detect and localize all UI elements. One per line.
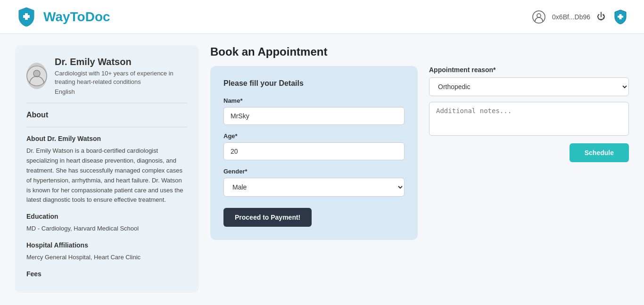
- main-content: Dr. Emily Watson Cardiologist with 10+ y…: [0, 34, 644, 304]
- proceed-button[interactable]: Proceed to Payment!: [223, 208, 312, 227]
- affiliations-text: Mercy General Hospital, Heart Care Clini…: [26, 253, 188, 263]
- about-section-title: About: [26, 111, 188, 119]
- appointment-reason-label: Appointment reason*: [429, 66, 629, 74]
- logo-text: WayToDoc: [43, 9, 110, 25]
- doctor-sidebar: Dr. Emily Watson Cardiologist with 10+ y…: [15, 45, 199, 293]
- svg-point-7: [33, 70, 40, 77]
- about-subtitle: About Dr. Emily Watson: [26, 135, 188, 142]
- about-text: Dr. Emily Watson is a board-certified ca…: [26, 146, 188, 205]
- gender-group: Gender* Male Female Other: [223, 168, 405, 197]
- fees-title: Fees: [26, 270, 188, 278]
- doctor-name: Dr. Emily Watson: [55, 57, 188, 67]
- reason-select[interactable]: Orthopedic Cardiology Neurology General: [429, 77, 629, 96]
- user-icon: [532, 10, 545, 24]
- logo-shield-icon: [15, 6, 38, 28]
- doctor-avatar: [26, 63, 47, 89]
- name-input[interactable]: [223, 107, 405, 125]
- header-right: 0x6Bf...Db96 ⏻: [532, 8, 629, 25]
- name-group: Name*: [223, 97, 405, 125]
- page-title: Book an Appointment: [210, 45, 629, 58]
- notes-textarea[interactable]: [429, 102, 629, 136]
- svg-point-3: [537, 14, 541, 17]
- wallet-address: 0x6Bf...Db96: [552, 13, 590, 21]
- gender-select[interactable]: Male Female Other: [223, 178, 405, 197]
- svg-rect-1: [23, 15, 30, 18]
- gender-label: Gender*: [223, 168, 405, 175]
- doctor-language: English: [55, 88, 188, 95]
- svg-point-2: [533, 11, 545, 23]
- doctor-info: Dr. Emily Watson Cardiologist with 10+ y…: [55, 57, 188, 95]
- avatar-icon: [26, 66, 47, 86]
- right-panel: Appointment reason* Orthopedic Cardiolog…: [429, 66, 629, 162]
- divider-2: [26, 127, 188, 127]
- form-card: Please fill your Details Name* Age* Gend…: [210, 66, 418, 240]
- form-subtitle: Please fill your Details: [223, 79, 405, 88]
- svg-rect-5: [618, 16, 623, 17]
- affiliations-title: Hospital Affiliations: [26, 241, 188, 249]
- power-icon[interactable]: ⏻: [597, 12, 605, 22]
- logo-area: WayToDoc: [15, 6, 110, 28]
- schedule-button[interactable]: Schedule: [570, 143, 629, 162]
- name-label: Name*: [223, 97, 405, 104]
- booking-area: Book an Appointment Please fill your Det…: [210, 45, 629, 293]
- age-group: Age*: [223, 132, 405, 160]
- age-input[interactable]: [223, 142, 405, 160]
- booking-grid: Please fill your Details Name* Age* Gend…: [210, 66, 629, 240]
- header: WayToDoc 0x6Bf...Db96 ⏻: [0, 0, 644, 34]
- doctor-header: Dr. Emily Watson Cardiologist with 10+ y…: [26, 57, 188, 95]
- education-text: MD - Cardiology, Harvard Medical School: [26, 224, 188, 234]
- divider-1: [26, 103, 188, 103]
- header-shield-icon: [612, 8, 629, 25]
- age-label: Age*: [223, 132, 405, 140]
- doctor-specialty: Cardiologist with 10+ years of experienc…: [55, 69, 188, 86]
- education-title: Education: [26, 213, 188, 220]
